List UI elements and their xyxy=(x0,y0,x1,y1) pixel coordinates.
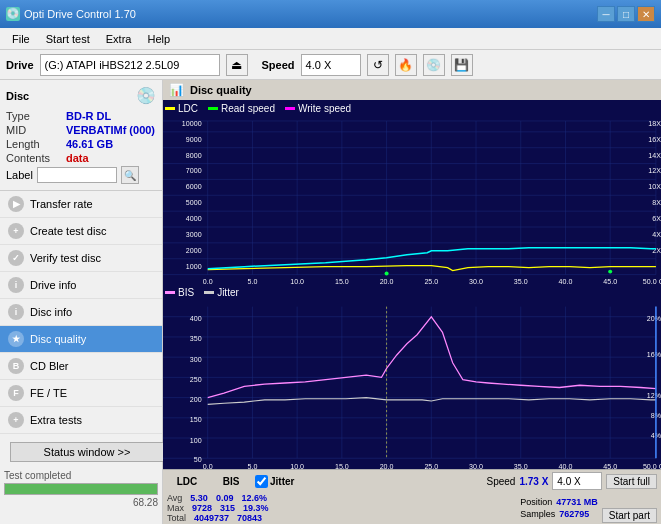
chart-title: Disc quality xyxy=(190,84,252,96)
eject-button[interactable]: ⏏ xyxy=(226,54,248,76)
legend-jitter-dot xyxy=(204,291,214,294)
svg-text:18X: 18X xyxy=(648,120,661,127)
disc-label-button[interactable]: 🔍 xyxy=(121,166,139,184)
start-part-button[interactable]: Start part xyxy=(602,508,657,523)
stat-ldc-col: LDC xyxy=(167,476,207,487)
legend-bottom: BIS Jitter xyxy=(163,285,661,301)
disc-quality-icon: ★ xyxy=(8,331,24,347)
nav-verify-test-disc[interactable]: ✓ Verify test disc xyxy=(0,245,162,272)
top-chart-container: 10000 9000 8000 7000 6000 5000 4000 3000… xyxy=(163,116,661,285)
nav-fe-te[interactable]: F FE / TE xyxy=(0,380,162,407)
svg-text:6X: 6X xyxy=(652,215,661,222)
legend-read-dot xyxy=(208,107,218,110)
avg-bis: 0.09 xyxy=(216,493,234,503)
stats-values-col: Avg 5.30 0.09 12.6% Max 9728 315 19.3% T… xyxy=(167,493,317,523)
sidebar: Disc 💿 Type BD-R DL MID VERBATIMf (000) … xyxy=(0,80,163,524)
disc-label-input[interactable] xyxy=(37,167,117,183)
bottom-chart-svg: 400 350 300 250 200 150 100 50 20% 16% 1… xyxy=(163,301,661,470)
legend-jitter: Jitter xyxy=(204,287,239,298)
save-button[interactable]: 💾 xyxy=(451,54,473,76)
stats-row-2: Avg 5.30 0.09 12.6% Max 9728 315 19.3% T… xyxy=(163,492,661,524)
drive-label: Drive xyxy=(6,59,34,71)
progress-value: 68.28 xyxy=(4,497,158,508)
main-area: Disc 💿 Type BD-R DL MID VERBATIMf (000) … xyxy=(0,80,661,524)
drive-select[interactable]: (G:) ATAPI iHBS212 2.5L09 xyxy=(40,54,220,76)
titlebar-title: 💿 Opti Drive Control 1.70 xyxy=(6,7,136,21)
menu-extra[interactable]: Extra xyxy=(98,31,140,47)
status-window-button[interactable]: Status window >> xyxy=(10,442,164,462)
burn-button[interactable]: 🔥 xyxy=(395,54,417,76)
nav-disc-quality-label: Disc quality xyxy=(30,333,86,345)
nav-transfer-rate-label: Transfer rate xyxy=(30,198,93,210)
menu-file[interactable]: File xyxy=(4,31,38,47)
nav-extra-tests[interactable]: + Extra tests xyxy=(0,407,162,434)
position-value: 47731 MB xyxy=(556,497,598,507)
nav-disc-info-label: Disc info xyxy=(30,306,72,318)
speed-select-stat[interactable]: 4.0 X xyxy=(552,472,602,490)
disc-icon: 💿 xyxy=(136,86,156,106)
total-bis: 70843 xyxy=(237,513,262,523)
minimize-button[interactable]: ─ xyxy=(597,6,615,22)
legend-ldc: LDC xyxy=(165,103,198,114)
max-label: Max xyxy=(167,503,184,513)
disc-label-row: Label 🔍 xyxy=(6,166,156,184)
position-row: Position 47731 MB xyxy=(520,497,598,507)
svg-text:150: 150 xyxy=(190,414,202,423)
svg-text:40.0: 40.0 xyxy=(559,279,573,285)
svg-text:0.0: 0.0 xyxy=(203,462,213,469)
refresh-button[interactable]: ↺ xyxy=(367,54,389,76)
nav-disc-info[interactable]: i Disc info xyxy=(0,299,162,326)
speed-label: Speed xyxy=(262,59,295,71)
stats-row-1: LDC BIS Jitter Speed 1.73 X 4.0 X Start … xyxy=(163,469,661,492)
nav-items: ▶ Transfer rate + Create test disc ✓ Ver… xyxy=(0,191,162,434)
menu-start-test[interactable]: Start test xyxy=(38,31,98,47)
svg-text:10X: 10X xyxy=(648,183,661,190)
content-area: 📊 Disc quality LDC Read speed Write spee… xyxy=(163,80,661,524)
avg-label: Avg xyxy=(167,493,182,503)
svg-text:5000: 5000 xyxy=(186,199,202,206)
jitter-header: Jitter xyxy=(270,476,294,487)
window-controls: ─ □ ✕ xyxy=(597,6,655,22)
maximize-button[interactable]: □ xyxy=(617,6,635,22)
speed-select[interactable]: 4.0 X xyxy=(301,54,361,76)
extra-tests-icon: + xyxy=(8,412,24,428)
svg-text:350: 350 xyxy=(190,334,202,343)
chart-header: 📊 Disc quality xyxy=(163,80,661,100)
legend-read-label: Read speed xyxy=(221,103,275,114)
jitter-checkbox[interactable] xyxy=(255,475,268,488)
nav-cd-bler[interactable]: B CD Bler xyxy=(0,353,162,380)
svg-text:14X: 14X xyxy=(648,152,661,159)
nav-transfer-rate[interactable]: ▶ Transfer rate xyxy=(0,191,162,218)
nav-create-test-disc[interactable]: + Create test disc xyxy=(0,218,162,245)
svg-text:20.0: 20.0 xyxy=(380,462,394,469)
disc-length-label: Length xyxy=(6,138,66,150)
app-icon: 💿 xyxy=(6,7,20,21)
legend-write-speed: Write speed xyxy=(285,103,351,114)
verify-test-disc-icon: ✓ xyxy=(8,250,24,266)
nav-create-test-disc-label: Create test disc xyxy=(30,225,106,237)
disc-contents-row: Contents data xyxy=(6,152,156,164)
svg-text:10.0: 10.0 xyxy=(290,462,304,469)
legend-ldc-label: LDC xyxy=(178,103,198,114)
legend-ldc-dot xyxy=(165,107,175,110)
fe-te-icon: F xyxy=(8,385,24,401)
position-label: Position xyxy=(520,497,552,507)
max-bis: 315 xyxy=(220,503,235,513)
disc-button[interactable]: 💿 xyxy=(423,54,445,76)
svg-point-54 xyxy=(608,270,612,274)
close-button[interactable]: ✕ xyxy=(637,6,655,22)
nav-drive-info[interactable]: i Drive info xyxy=(0,272,162,299)
nav-cd-bler-label: CD Bler xyxy=(30,360,69,372)
disc-contents-value: data xyxy=(66,152,89,164)
chart-icon: 📊 xyxy=(169,83,184,97)
nav-disc-quality[interactable]: ★ Disc quality xyxy=(0,326,162,353)
menubar: File Start test Extra Help xyxy=(0,28,661,50)
svg-rect-0 xyxy=(163,116,661,285)
menu-help[interactable]: Help xyxy=(139,31,178,47)
start-full-button[interactable]: Start full xyxy=(606,474,657,489)
svg-text:15.0: 15.0 xyxy=(335,462,349,469)
svg-text:45.0: 45.0 xyxy=(603,462,617,469)
disc-mid-row: MID VERBATIMf (000) xyxy=(6,124,156,136)
max-jitter: 19.3% xyxy=(243,503,269,513)
legend-top: LDC Read speed Write speed xyxy=(163,100,661,116)
